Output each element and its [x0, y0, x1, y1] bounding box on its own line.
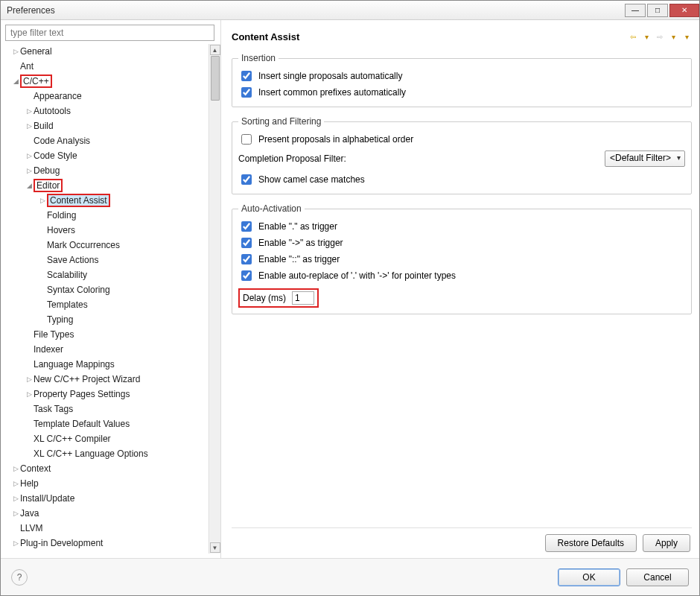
alphabetical-checkbox[interactable]: [241, 134, 252, 145]
tree-item-property-pages-settings[interactable]: ▷Property Pages Settings: [5, 387, 207, 402]
expander-icon[interactable]: ▷: [11, 510, 20, 517]
minimize-button[interactable]: —: [625, 4, 646, 17]
tree-item-new-c-c-project-wizard[interactable]: ▷New C/C++ Project Wizard: [5, 372, 207, 387]
tree-item-editor[interactable]: ◢Editor: [5, 178, 207, 193]
expander-icon[interactable]: ▷: [11, 495, 20, 502]
tree-item-java[interactable]: ▷Java: [5, 506, 207, 521]
insert-single-row: Insert single proposals automatically: [238, 68, 685, 84]
tree-item-label: Mark Occurrences: [47, 240, 120, 250]
right-pane: Content Assist ⇦ ▾ ⇨ ▾ ▾ Insertion Inser…: [221, 20, 699, 558]
tree-item-typing[interactable]: Typing: [5, 312, 207, 327]
tree-item-content-assist[interactable]: ▷Content Assist: [5, 193, 207, 208]
scroll-down-button[interactable]: ▼: [210, 542, 220, 553]
tree-item-llvm[interactable]: LLVM: [5, 521, 207, 536]
tree-item-save-actions[interactable]: Save Actions: [5, 253, 207, 267]
window-title: Preferences: [7, 5, 55, 16]
camelcase-label: Show camel case matches: [258, 174, 365, 185]
tree-item-autotools[interactable]: ▷Autotools: [5, 104, 207, 118]
tree-item-syntax-coloring[interactable]: Syntax Coloring: [5, 282, 207, 297]
insert-common-row: Insert common prefixes automatically: [238, 84, 685, 101]
expander-icon[interactable]: ▷: [25, 122, 34, 130]
autoreplace-checkbox[interactable]: [241, 270, 252, 281]
tree-item-label: LLVM: [20, 523, 42, 533]
tree-item-template-default-values[interactable]: Template Default Values: [5, 416, 207, 431]
scroll-up-button[interactable]: ▲: [210, 45, 220, 55]
tree-item-label: XL C/C++ Compiler: [34, 434, 111, 444]
back-menu-icon[interactable]: ▾: [641, 31, 652, 42]
insert-single-label: Insert single proposals automatically: [258, 71, 402, 81]
maximize-button[interactable]: □: [647, 4, 668, 17]
back-icon[interactable]: ⇦: [628, 31, 638, 42]
tree-item-scalability[interactable]: Scalability: [5, 267, 207, 282]
tree-item-ant[interactable]: Ant: [5, 59, 207, 74]
tree-item-appearance[interactable]: Appearance: [5, 89, 207, 104]
menu-icon[interactable]: ▾: [681, 31, 692, 42]
sorting-group: Sorting and Filtering Present proposals …: [232, 116, 692, 194]
tree-item-hovers[interactable]: Hovers: [5, 223, 207, 238]
nav-tree[interactable]: ▷GeneralAnt◢C/C++Appearance▷Autotools▷Bu…: [5, 44, 209, 554]
tree-item-templates[interactable]: Templates: [5, 297, 207, 312]
tree-item-context[interactable]: ▷Context: [5, 461, 207, 476]
tree-item-label: Save Actions: [47, 255, 98, 265]
delay-highlight: Delay (ms): [238, 288, 319, 308]
expander-icon[interactable]: ◢: [11, 77, 20, 85]
tree-scrollbar[interactable]: ▲ ▼: [209, 44, 220, 554]
tree-item-xl-c-c-language-options[interactable]: XL C/C++ Language Options: [5, 446, 207, 461]
proposal-filter-row: Completion Proposal Filter: <Default Fil…: [238, 150, 685, 167]
expander-icon[interactable]: ▷: [38, 197, 47, 204]
expander-icon[interactable]: ◢: [25, 182, 34, 189]
tree-item-label: Install/Update: [20, 493, 74, 504]
expander-icon[interactable]: ▷: [11, 539, 20, 547]
tree-item-task-tags[interactable]: Task Tags: [5, 402, 207, 416]
tree-item-code-analysis[interactable]: Code Analysis: [5, 133, 207, 148]
forward-menu-icon[interactable]: ▾: [668, 31, 678, 42]
tree-item-help[interactable]: ▷Help: [5, 476, 207, 491]
tree-item-folding[interactable]: Folding: [5, 208, 207, 223]
autoreplace-label: Enable auto-replace of '.' with '->' for…: [258, 270, 456, 281]
tree-item-label: Autotools: [34, 106, 71, 116]
left-pane: ▷GeneralAnt◢C/C++Appearance▷Autotools▷Bu…: [1, 20, 221, 558]
camelcase-checkbox[interactable]: [241, 174, 252, 185]
scroll-track[interactable]: [210, 56, 220, 542]
expander-icon[interactable]: ▷: [25, 152, 34, 159]
tree-item-xl-c-c-compiler[interactable]: XL C/C++ Compiler: [5, 431, 207, 446]
tree-item-language-mappings[interactable]: Language Mappings: [5, 357, 207, 372]
expander-icon[interactable]: ▷: [11, 465, 20, 472]
insertion-legend: Insertion: [238, 53, 279, 63]
scroll-thumb[interactable]: [211, 56, 220, 101]
tree-item-label: Folding: [47, 210, 76, 221]
expander-icon[interactable]: ▷: [25, 390, 34, 398]
tree-item-debug[interactable]: ▷Debug: [5, 163, 207, 178]
proposal-filter-combo[interactable]: <Default Filter>: [605, 150, 685, 167]
insert-common-checkbox[interactable]: [241, 87, 252, 98]
forward-icon[interactable]: ⇨: [655, 31, 665, 42]
tree-item-plug-in-development[interactable]: ▷Plug-in Development: [5, 536, 207, 551]
tree-item-install-update[interactable]: ▷Install/Update: [5, 491, 207, 506]
colon-trigger-checkbox[interactable]: [241, 254, 252, 264]
tree-item-file-types[interactable]: File Types: [5, 327, 207, 342]
apply-button[interactable]: Apply: [643, 534, 690, 552]
restore-defaults-button[interactable]: Restore Defaults: [545, 534, 637, 552]
tree-item-general[interactable]: ▷General: [5, 44, 207, 59]
tree-item-c-c-[interactable]: ◢C/C++: [5, 74, 207, 89]
proposal-filter-value: <Default Filter>: [610, 153, 671, 163]
ok-button[interactable]: OK: [558, 568, 620, 586]
help-icon[interactable]: ?: [11, 569, 28, 586]
dot-trigger-checkbox[interactable]: [241, 221, 252, 232]
tree-item-build[interactable]: ▷Build: [5, 118, 207, 133]
tree-item-indexer[interactable]: Indexer: [5, 342, 207, 357]
cancel-button[interactable]: Cancel: [626, 568, 689, 586]
expander-icon[interactable]: ▷: [25, 375, 34, 383]
expander-icon[interactable]: ▷: [11, 480, 20, 487]
expander-icon[interactable]: ▷: [25, 107, 34, 115]
page-header: Content Assist ⇦ ▾ ⇨ ▾ ▾: [232, 26, 692, 47]
expander-icon[interactable]: ▷: [25, 167, 34, 174]
insert-single-checkbox[interactable]: [241, 71, 252, 81]
close-button[interactable]: ✕: [669, 4, 699, 17]
arrow-trigger-checkbox[interactable]: [241, 238, 252, 248]
filter-input[interactable]: [5, 25, 214, 41]
tree-item-mark-occurrences[interactable]: Mark Occurrences: [5, 238, 207, 253]
delay-input[interactable]: [292, 291, 314, 305]
tree-item-code-style[interactable]: ▷Code Style: [5, 148, 207, 163]
expander-icon[interactable]: ▷: [11, 48, 20, 55]
